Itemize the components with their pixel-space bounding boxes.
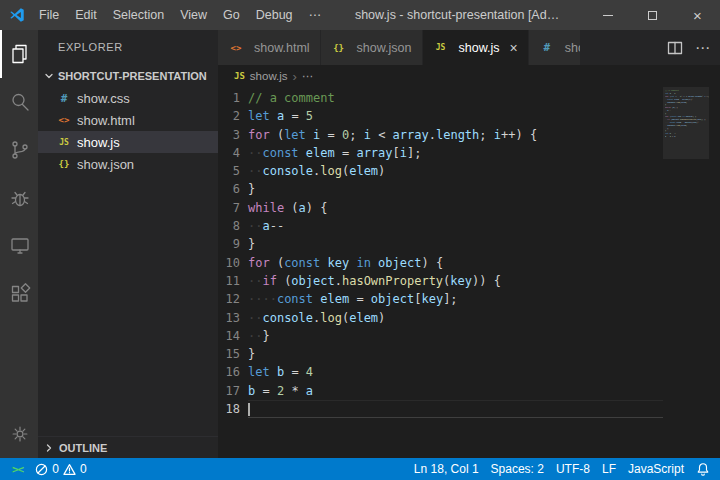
outline-section-header[interactable]: OUTLINE [38,436,218,458]
menu-edit[interactable]: Edit [67,0,105,30]
folder-section-header[interactable]: SHORTCUT-PRESENTATION [38,65,218,87]
bell-icon [696,462,710,476]
encoding-setting[interactable]: UTF-8 [550,458,596,480]
problems-indicator[interactable]: 0 0 [29,458,92,480]
more-actions-icon[interactable]: ⋯ [695,40,710,55]
line-number: 5 [218,162,240,180]
tab-label: show.js [459,41,500,55]
code-line-13: 13··console.log(elem) [218,309,663,327]
line-number: 11 [218,272,240,290]
activity-debug[interactable] [0,174,38,222]
code-line-7: 7while (a) { [218,199,663,217]
file-show.js[interactable]: JSshow.js [38,131,218,153]
explorer-title: EXPLORER [38,30,218,65]
tab-show.json[interactable]: {}show.json [321,30,423,65]
file-label: show.json [77,157,134,172]
code-line-1: 1// a comment [218,89,663,107]
activity-explorer[interactable] [0,30,38,78]
line-number: 8 [218,217,240,235]
activity-remote-explorer[interactable] [0,222,38,270]
json-file-icon: {} [56,159,72,169]
indentation-setting[interactable]: Spaces: 2 [485,458,550,480]
menu-file[interactable]: File [31,0,67,30]
js-file-icon: JS [234,71,245,81]
code-line-14: 14··} [218,327,663,345]
chevron-down-icon [42,69,56,83]
error-count: 0 [52,462,59,476]
code-line-10: 10for (const key in object) { [218,254,663,272]
tab-bar: <>show.html{}show.jsonJSshow.js×#show. ⋯ [218,30,720,65]
line-number: 10 [218,254,240,272]
editor-area: <>show.html{}show.jsonJSshow.js×#show. ⋯… [218,30,720,458]
tab-show.[interactable]: #show. [529,30,581,65]
activity-bar [0,30,38,458]
status-bar: >< 0 0 Ln 18, Col 1 Spaces: 2 UTF-8 LF J… [0,458,720,480]
remote-indicator[interactable]: >< [6,458,29,480]
activity-extensions[interactable] [0,270,38,318]
vscode-logo-icon [9,7,25,23]
file-label: show.js [77,135,120,150]
menu-bar: FileEditSelectionViewGoDebug⋯ [31,0,329,30]
menu-more[interactable]: ⋯ [301,0,330,30]
file-show.css[interactable]: #show.css [38,87,218,109]
js-file-icon: JS [433,43,449,52]
tab-show.html[interactable]: <>show.html [218,30,321,65]
minimap-slider[interactable] [663,87,709,159]
close-button[interactable]: × [675,0,720,30]
file-show.html[interactable]: <>show.html [38,109,218,131]
code-line-8: 8··a-- [218,217,663,235]
breadcrumb-file[interactable]: show.js [250,70,288,82]
css-file-icon: # [539,41,555,54]
code-line-9: 9} [218,235,663,253]
window-title: show.js - shortcut-presentation [Ad… [329,8,585,22]
extensions-icon [8,282,32,306]
chevron-right-icon [42,441,56,455]
line-number: 14 [218,327,240,345]
debug-bug-icon [8,186,32,210]
outline-label: OUTLINE [59,442,107,454]
js-file-icon: JS [56,138,72,147]
breadcrumb: JS show.js › ⋯ [218,65,720,87]
minimize-button[interactable] [585,0,630,30]
menu-debug[interactable]: Debug [248,0,301,30]
code-editor[interactable]: 1// a comment2let a = 53for (let i = 0; … [218,87,663,458]
eol-setting[interactable]: LF [596,458,622,480]
tab-show.js[interactable]: JSshow.js× [423,30,529,65]
warning-icon [63,463,76,476]
tab-label: show.json [357,41,412,55]
minimap[interactable]: // a commentlet a = 5for (let i = 0; i <… [663,87,709,458]
sidebar: EXPLORER SHORTCUT-PRESENTATION #show.css… [38,30,218,458]
notifications-button[interactable] [690,458,716,480]
settings-gear-button[interactable] [0,410,38,458]
split-editor-icon[interactable] [667,40,683,56]
menu-go[interactable]: Go [215,0,248,30]
warning-count: 0 [80,462,87,476]
code-line-11: 11··if (object.hasOwnProperty(key)) { [218,272,663,290]
menu-view[interactable]: View [172,0,215,30]
menu-selection[interactable]: Selection [105,0,172,30]
code-line-16: 16let b = 4 [218,363,663,381]
files-icon [8,42,32,66]
search-icon [8,90,32,114]
source-control-icon [8,138,32,162]
gear-icon [9,423,31,445]
tab-label: show.html [254,41,310,55]
vertical-scrollbar[interactable] [709,87,720,458]
file-label: show.html [77,113,135,128]
text-cursor [248,403,250,416]
line-number: 18 [218,400,240,418]
breadcrumb-more[interactable]: ⋯ [302,69,314,83]
cursor-position[interactable]: Ln 18, Col 1 [408,458,485,480]
remote-explorer-icon [8,234,32,258]
file-list: #show.css<>show.htmlJSshow.js{}show.json [38,87,218,175]
html-file-icon: <> [228,43,244,53]
close-tab-icon[interactable]: × [510,41,518,55]
line-number: 16 [218,363,240,381]
activity-search[interactable] [0,78,38,126]
code-line-15: 15} [218,345,663,363]
language-mode[interactable]: JavaScript [622,458,690,480]
file-show.json[interactable]: {}show.json [38,153,218,175]
activity-source-control[interactable] [0,126,38,174]
maximize-button[interactable] [630,0,675,30]
remote-icon: >< [12,463,23,476]
